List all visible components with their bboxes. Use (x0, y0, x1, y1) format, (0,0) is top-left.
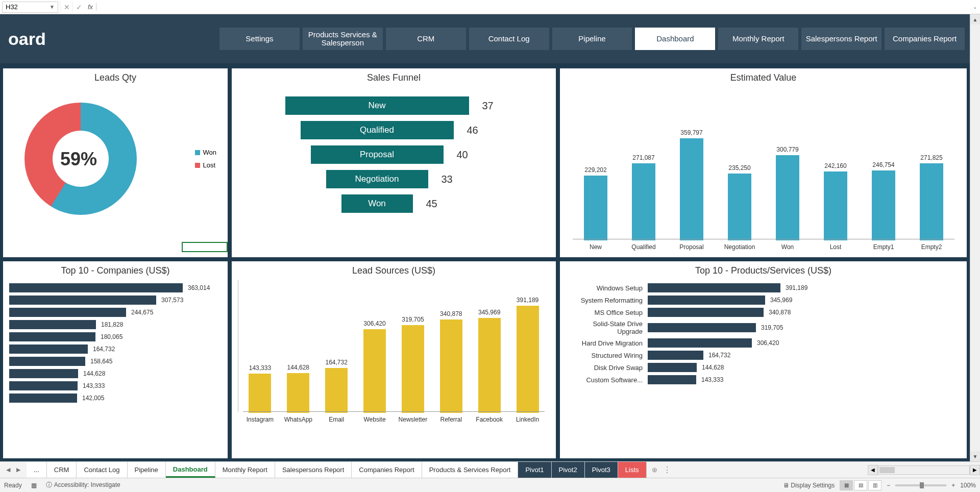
nav-tab-salespersons-report[interactable]: Salespersons Report (801, 28, 881, 50)
data-label: 235,250 (728, 164, 750, 171)
hbar-chart: Windows Setup391,189System Reformatting3… (566, 280, 961, 384)
data-label: 345,969 (770, 297, 792, 304)
sheet-tabs: ...CRMContact LogPipelineDashboardMonthl… (27, 462, 647, 478)
page-title: oard (5, 29, 219, 49)
nav-tab-products-services-salesperson[interactable]: Products Services & Salesperson (303, 28, 383, 50)
view-normal-icon[interactable]: ▦ (840, 480, 853, 490)
display-settings-button[interactable]: 🖥 Display Settings (783, 482, 835, 489)
sheet-tab-pivot1[interactable]: Pivot1 (518, 462, 551, 478)
data-label: 164,732 (708, 352, 730, 359)
scroll-track[interactable] (878, 465, 970, 475)
hbar-row: 307,573 (9, 296, 222, 305)
enter-icon[interactable]: ✓ (72, 2, 85, 13)
sheet-tab-crm[interactable]: CRM (47, 462, 77, 478)
data-label: 363,014 (188, 284, 210, 291)
sheet-tab-lists[interactable]: Lists (618, 462, 647, 478)
scroll-thumb[interactable] (879, 467, 895, 473)
status-ready: Ready (4, 482, 22, 489)
donut-center-label: 59% (60, 149, 97, 170)
nav-tab-contact-log[interactable]: Contact Log (469, 28, 549, 50)
expand-formula-icon[interactable]: ⌄ (970, 4, 980, 10)
hbar (9, 320, 96, 329)
data-label: 181,828 (101, 321, 123, 328)
category-label: MS Office Setup (566, 309, 643, 316)
tab-scroll-drag-icon[interactable]: ⋮ (663, 465, 673, 475)
nav-tab-crm[interactable]: CRM (386, 28, 466, 50)
category-label: Website (363, 416, 385, 423)
sheet-tab-bar: ◀ ▶ ...CRMContact LogPipelineDashboardMo… (0, 461, 980, 478)
sheet-tab-contact-log[interactable]: Contact Log (77, 462, 127, 478)
chevron-down-icon[interactable]: ▼ (50, 4, 55, 10)
nav-tabs: SettingsProducts Services & SalespersonC… (219, 28, 965, 50)
add-sheet-button[interactable]: ⊕ (647, 466, 663, 474)
sheet-tab-salespersons-report[interactable]: Salespersons Report (275, 462, 352, 478)
sheet-tab-pipeline[interactable]: Pipeline (128, 462, 166, 478)
sheet-tab-monthly-report[interactable]: Monthly Report (215, 462, 275, 478)
category-label: LinkedIn (516, 416, 539, 423)
funnel-row: Negotiation33 (238, 170, 550, 188)
scroll-left-icon[interactable]: ◀ (868, 465, 878, 475)
funnel-bar: Won (341, 194, 413, 213)
category-label: Solid-State Drive Upgrade (566, 320, 643, 335)
sheet-tab-products-services-report[interactable]: Products & Services Report (422, 462, 519, 478)
view-page-layout-icon[interactable]: ▤ (854, 480, 867, 490)
cancel-icon[interactable]: ✕ (60, 2, 72, 13)
hbar-row: 158,645 (9, 357, 222, 366)
nav-tab-pipeline[interactable]: Pipeline (552, 28, 632, 50)
vertical-scrollbar[interactable]: ▲ ▼ (970, 14, 980, 461)
category-label: Empty1 (873, 243, 894, 251)
sheet-tab-pivot2[interactable]: Pivot2 (552, 462, 585, 478)
view-buttons: ▦ ▤ ▥ (840, 480, 881, 490)
nav-tab-dashboard[interactable]: Dashboard (635, 28, 715, 50)
accessibility-status[interactable]: ⓘAccessibility: Investigate (46, 481, 120, 489)
hbar-row: 142,005 (9, 393, 222, 403)
card-title: Top 10 - Products/Services (US$) (566, 265, 961, 276)
selected-cell-marker[interactable] (182, 242, 228, 252)
sheet-tab-pivot3[interactable]: Pivot3 (585, 462, 618, 478)
status-right: 🖥 Display Settings ▦ ▤ ▥ − + 100% (783, 480, 976, 490)
nav-tab-settings[interactable]: Settings (219, 28, 300, 50)
name-box[interactable]: H32 ▼ (2, 2, 58, 13)
view-page-break-icon[interactable]: ▥ (868, 480, 881, 490)
legend-swatch (195, 163, 200, 168)
column-bar (824, 171, 847, 240)
funnel-bar: Proposal (311, 145, 444, 164)
category-label: Instagram (247, 416, 274, 423)
scroll-down-icon[interactable]: ▼ (970, 451, 980, 461)
column: 345,969Facebook (470, 309, 508, 423)
category-label: System Reformatting (566, 297, 643, 304)
column-bar (776, 155, 799, 240)
column-bar (325, 368, 348, 413)
category-label: Custom Software... (566, 376, 643, 384)
zoom-out-button[interactable]: − (887, 482, 890, 489)
column: 143,333Instagram (241, 364, 279, 423)
hbar (648, 296, 765, 305)
hbar-row: 244,675 (9, 308, 222, 317)
nav-tab-monthly-report[interactable]: Monthly Report (718, 28, 798, 50)
data-label: 158,645 (90, 358, 112, 365)
zoom-in-button[interactable]: + (951, 482, 955, 489)
nav-tab-companies-report[interactable]: Companies Report (885, 28, 965, 50)
formula-bar: H32 ▼ ✕ ✓ fx ⌄ (0, 0, 980, 14)
sheet-tab--[interactable]: ... (27, 462, 47, 478)
data-label: 319,705 (761, 324, 783, 331)
hbar-row: MS Office Setup340,878 (566, 308, 961, 317)
macro-record-icon[interactable]: ▦ (31, 482, 37, 489)
formula-input[interactable] (96, 2, 970, 13)
data-label: 229,202 (584, 166, 606, 174)
zoom-slider[interactable] (895, 484, 946, 486)
sheet-nav-prev-icon[interactable]: ◀ (4, 465, 12, 474)
sheet-tab-companies-report[interactable]: Companies Report (352, 462, 422, 478)
funnel-chart: New37Qualified46Proposal40Negotiation33W… (238, 87, 550, 213)
fx-icon[interactable]: fx (85, 3, 96, 11)
hbar (9, 283, 183, 292)
hbar (648, 375, 696, 384)
scroll-right-icon[interactable]: ▶ (970, 465, 980, 475)
sheet-tab-dashboard[interactable]: Dashboard (166, 462, 215, 478)
zoom-level[interactable]: 100% (960, 482, 976, 489)
column-chart: 143,333Instagram144,628WhatsApp164,732Em… (238, 280, 550, 423)
sheet-nav-next-icon[interactable]: ▶ (14, 465, 22, 474)
horizontal-scrollbar[interactable]: ◀ ▶ (868, 465, 980, 475)
scroll-up-icon[interactable]: ▲ (970, 14, 980, 24)
hbar (9, 393, 77, 403)
